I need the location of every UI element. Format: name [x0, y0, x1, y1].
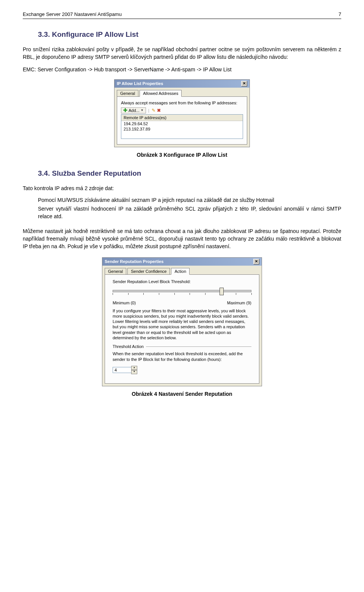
delete-icon[interactable]: ✖	[157, 108, 161, 113]
list-item[interactable]: 213.192.37.89	[121, 126, 243, 132]
slider-thumb[interactable]	[220, 288, 224, 295]
chevron-down-icon: ▼	[141, 109, 144, 112]
section-3-4-heading: 3.4. Služba Sender Reputation	[38, 169, 341, 178]
dialog-title: Sender Reputation Properties	[105, 259, 163, 264]
bullet-2: Server vytváří vlastní hodnocení IP na z…	[38, 205, 341, 220]
close-icon[interactable]: ✕	[253, 259, 259, 265]
threshold-slider[interactable]	[113, 287, 251, 300]
list-header: Remote IP address(es)	[121, 115, 243, 121]
threshold-help-text: If you configure your filters to their m…	[113, 308, 251, 341]
slider-track	[113, 290, 251, 292]
slider-max-label: Maximum (9)	[227, 301, 251, 305]
section-3-3-heading: 3.3. Konfigurace IP Allow List	[38, 30, 341, 39]
sender-reputation-dialog: Sender Reputation Properties ✕ General S…	[102, 257, 262, 386]
dialog-titlebar: IP Allow List Properties ✕	[115, 80, 249, 88]
threshold-action-text: When the sender reputation level block t…	[113, 351, 251, 362]
plus-icon: ✚	[123, 108, 127, 112]
section-divider	[146, 346, 251, 347]
page-number: 7	[339, 11, 341, 17]
toolbar-separator: |	[147, 108, 150, 113]
list-item[interactable]: 194.29.64.52	[121, 121, 243, 126]
close-icon[interactable]: ✕	[241, 81, 247, 87]
tab-allowed-addresses[interactable]: Allowed Addresses	[140, 90, 182, 97]
block-threshold-label: Sender Reputation Level Block Threshold:	[113, 279, 251, 284]
doc-header-title: Exchange Server 2007 Nastavení AntiSpamu	[23, 11, 122, 17]
section-3-4-paragraph: Můžeme nastavit jak hodně restriktivně s…	[23, 227, 341, 250]
list-toolbar: ✚ Add... ▼ | ✎ ✖	[121, 107, 243, 113]
ip-listbox[interactable]: Remote IP address(es) 194.29.64.52 213.1…	[121, 114, 243, 139]
section-3-4-intro: Tato kontrola IP adres má 2 zdroje dat:	[23, 184, 341, 192]
duration-input[interactable]: 4	[113, 367, 132, 373]
tab-general[interactable]: General	[117, 90, 138, 96]
ip-allow-list-dialog: IP Allow List Properties ✕ General Allow…	[114, 79, 250, 147]
allow-label: Always accept messages sent from the fol…	[121, 101, 243, 105]
spin-down-icon[interactable]: ▼	[131, 370, 137, 374]
tab-action[interactable]: Action	[171, 268, 190, 275]
bullet-1: Pomocí MU/WSUS získáváme aktuální seznam…	[38, 197, 341, 204]
tab-general[interactable]: General	[105, 268, 126, 274]
dialog-title: IP Allow List Properties	[117, 81, 163, 86]
add-button[interactable]: ✚ Add... ▼	[121, 107, 146, 113]
figure-4-caption: Obrázek 4 Nastavení Sender Reputation	[23, 391, 341, 397]
add-button-label: Add...	[129, 108, 140, 113]
figure-3-caption: Obrázek 3 Konfigurace IP Allow List	[23, 152, 341, 158]
spin-up-icon[interactable]: ▲	[131, 366, 137, 370]
slider-min-label: Minimum (0)	[113, 301, 136, 305]
edit-icon[interactable]: ✎	[152, 108, 155, 113]
slider-ticks	[113, 293, 251, 295]
tab-sender-confidence[interactable]: Sender Confidence	[127, 268, 170, 274]
header-divider	[23, 19, 341, 19]
dialog-titlebar: Sender Reputation Properties ✕	[102, 258, 262, 266]
section-3-3-paragraph: Pro snížení rizika zablokování pošty v p…	[23, 46, 341, 61]
emc-path: EMC: Server Configuration -> Hub transpo…	[23, 66, 341, 72]
threshold-action-label: Threshold Action	[113, 344, 144, 349]
